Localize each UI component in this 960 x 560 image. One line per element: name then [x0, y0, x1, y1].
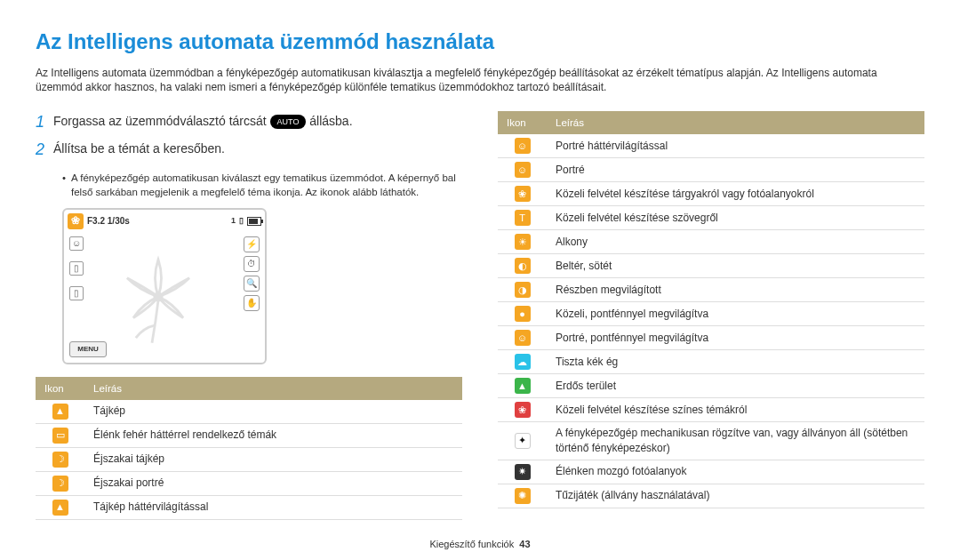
- table-row: ●Közeli, pontfénnyel megvilágítva: [498, 302, 924, 326]
- icon-description: Élénken mozgó fotóalanyok: [547, 460, 924, 484]
- table-row: ▭Élénk fehér háttérrel rendelkező témák: [36, 423, 462, 447]
- table-row: ▲Tájkép háttérvilágítással: [36, 495, 462, 519]
- battery-icon: [247, 217, 261, 226]
- flash-icon: ⚡: [244, 236, 260, 252]
- sunset-icon: ☀: [515, 234, 531, 250]
- icon-description: Tájkép háttérvilágítással: [84, 495, 462, 519]
- fireworks-icon: ✺: [515, 488, 531, 504]
- icon-description: Közeli felvétel készítése szövegről: [547, 206, 924, 230]
- icon-description: Beltér, sötét: [547, 254, 924, 278]
- menu-button[interactable]: MENU: [69, 341, 107, 357]
- icon-description: Élénk fehér háttérrel rendelkező témák: [84, 423, 462, 447]
- moving-subject-icon: ✷: [515, 464, 531, 480]
- icon-description: Éjszakai portré: [84, 471, 462, 495]
- macro-object-icon: ❀: [515, 186, 531, 202]
- backlit-portrait-icon: ☺: [515, 138, 531, 154]
- table-row: ☺Portré háttérvilágítással: [498, 134, 924, 158]
- macro-text-icon: T: [515, 210, 531, 226]
- left-icon-2: ▯: [69, 261, 84, 276]
- hand-icon: ✋: [244, 295, 260, 311]
- table-row: ◑Részben megvilágított: [498, 278, 924, 302]
- icon-description: Közeli, pontfénnyel megvilágítva: [547, 302, 924, 326]
- page-footer: Kiegészítő funkciók 43: [0, 538, 960, 551]
- timer-icon: ⏱: [244, 256, 260, 272]
- icon-description: Portré, pontfénnyel megvilágítva: [547, 326, 924, 350]
- exposure-text: F3.2 1/30s: [87, 215, 130, 228]
- page-title: Az Intelligens automata üzemmód használa…: [36, 27, 924, 57]
- icon-description: Portré háttérvilágítással: [547, 134, 924, 158]
- table-row: TKözeli felvétel készítése szövegről: [498, 206, 924, 230]
- icon-description: Tájkép: [84, 400, 462, 424]
- icon-description: Erdős terület: [547, 374, 924, 398]
- partial-light-icon: ◑: [515, 282, 531, 298]
- table-row: ☀Alkony: [498, 230, 924, 254]
- table-row: ☽Éjszakai portré: [36, 471, 462, 495]
- forest-icon: ▲: [515, 378, 531, 394]
- flower-illustration: [96, 228, 220, 357]
- camera-preview: ❀ F3.2 1/30s 1 ▯ ☺ ▯ ▯ ⚡ ⏱ 🔍 ✋: [62, 208, 267, 364]
- intro-text: Az Intelligens automata üzemmódban a fén…: [36, 66, 924, 96]
- table-row: ☺Portré, pontfénnyel megvilágítva: [498, 326, 924, 350]
- icon-description: Közeli felvétel készítése színes témákró…: [547, 398, 924, 422]
- shot-counter: 1: [231, 215, 236, 227]
- macro-color-icon: ❀: [515, 402, 531, 418]
- icon-description: Részben megvilágított: [547, 278, 924, 302]
- auto-mode-badge: AUTO: [270, 115, 307, 129]
- svg-point-0: [155, 292, 162, 300]
- table-row: ✦A fényképezőgép mechanikusan rögzítve v…: [498, 422, 924, 460]
- backlit-landscape-icon: ▲: [52, 500, 68, 516]
- th-desc: Leírás: [547, 111, 924, 134]
- th-icon: Ikon: [36, 377, 84, 400]
- table-row: ▲Tájkép: [36, 400, 462, 424]
- icon-description: Portré: [547, 158, 924, 182]
- bullet-note: A fényképezőgép automatikusan kiválaszt …: [62, 171, 462, 199]
- left-icon-3: ▯: [69, 286, 84, 300]
- icon-table-right: Ikon Leírás ☺Portré háttérvilágítással☺P…: [498, 111, 924, 508]
- table-row: ☁Tiszta kék ég: [498, 350, 924, 374]
- portrait-spotlight-icon: ☺: [515, 330, 531, 346]
- th-icon: Ikon: [498, 111, 547, 134]
- night-landscape-icon: ☽: [52, 452, 68, 468]
- table-row: ◐Beltér, sötét: [498, 254, 924, 278]
- sd-icon: ▯: [239, 215, 244, 227]
- icon-table-left: Ikon Leírás ▲Tájkép▭Élénk fehér háttérre…: [36, 377, 462, 520]
- night-portrait-icon: ☽: [52, 476, 68, 492]
- table-row: ❀Közeli felvétel készítése tárgyakról va…: [498, 182, 924, 206]
- scene-icon: ❀: [68, 213, 84, 229]
- tripod-icon: ✦: [515, 433, 531, 449]
- icon-description: Tiszta kék ég: [547, 350, 924, 374]
- table-row: ✺Tűzijáték (állvány használatával): [498, 484, 924, 508]
- table-row: ✷Élénken mozgó fotóalanyok: [498, 460, 924, 484]
- icon-description: Alkony: [547, 230, 924, 254]
- indoor-dark-icon: ◐: [515, 258, 531, 274]
- table-row: ❀Közeli felvétel készítése színes témákr…: [498, 398, 924, 422]
- icon-description: Tűzijáték (állvány használatával): [547, 484, 924, 508]
- step-1: 1 Forgassa az üzemmódválasztó tárcsát AU…: [36, 111, 462, 133]
- table-row: ▲Erdős terület: [498, 374, 924, 398]
- landscape-icon: ▲: [52, 404, 68, 420]
- portrait-icon: ☺: [515, 162, 531, 178]
- white-bg-icon: ▭: [52, 428, 68, 444]
- left-icon-1: ☺: [69, 236, 84, 251]
- zoom-icon: 🔍: [244, 276, 260, 292]
- table-row: ☽Éjszakai tájkép: [36, 447, 462, 471]
- icon-description: Éjszakai tájkép: [84, 447, 462, 471]
- close-spotlight-icon: ●: [515, 306, 531, 322]
- icon-description: A fényképezőgép mechanikusan rögzítve va…: [547, 422, 924, 460]
- step-2: 2 Állítsa be a témát a keresőben.: [36, 139, 462, 161]
- th-desc: Leírás: [84, 377, 462, 400]
- icon-description: Közeli felvétel készítése tárgyakról vag…: [547, 182, 924, 206]
- blue-sky-icon: ☁: [515, 354, 531, 370]
- table-row: ☺Portré: [498, 158, 924, 182]
